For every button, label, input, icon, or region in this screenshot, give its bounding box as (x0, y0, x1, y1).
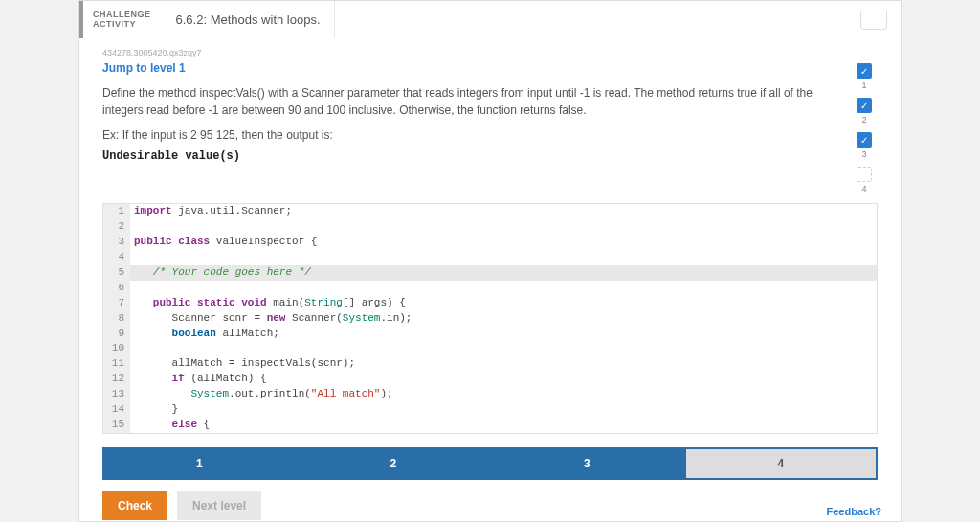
step-4[interactable]: 4 (684, 447, 879, 480)
step-3[interactable]: 3 (490, 447, 684, 480)
card-header: CHALLENGE ACTIVITY 6.6.2: Methods with l… (79, 1, 901, 38)
progress-num: 4 (861, 184, 866, 193)
challenge-label-2: ACTIVITY (93, 20, 151, 30)
progress-check-icon: ✓ (857, 132, 872, 148)
tear-icon (860, 11, 887, 30)
step-bar: 1 2 3 4 (102, 447, 878, 480)
progress-check-icon: ✓ (857, 98, 872, 113)
step-1[interactable]: 1 (102, 447, 297, 480)
feedback-link[interactable]: Feedback? (827, 506, 881, 517)
jump-link[interactable]: Jump to level 1 (102, 61, 834, 75)
challenge-title: 6.6.2: Methods with loops. (163, 1, 335, 38)
example-text: Ex: If the input is 2 95 125, then the o… (102, 128, 834, 142)
progress-column: ✓ 1 ✓ 2 ✓ 3 ✓ 4 (851, 61, 878, 199)
challenge-card: CHALLENGE ACTIVITY 6.6.2: Methods with l… (78, 0, 902, 522)
code-editor[interactable]: 1import java.util.Scanner; 2 3public cla… (102, 203, 878, 434)
progress-num: 1 (861, 80, 866, 90)
step-2[interactable]: 2 (297, 447, 491, 480)
progress-num: 3 (861, 149, 866, 159)
progress-num: 2 (861, 115, 866, 125)
example-output: Undesirable value(s) (102, 149, 834, 163)
hash-code: 434278.3005420.qx3zqy7 (102, 48, 878, 57)
problem-description: Define the method inspectVals() with a S… (102, 84, 834, 119)
check-button[interactable]: Check (102, 491, 167, 520)
progress-check-icon: ✓ (857, 63, 872, 79)
progress-check-icon: ✓ (857, 167, 872, 182)
challenge-label: CHALLENGE ACTIVITY (79, 1, 163, 38)
next-level-button: Next level (177, 491, 261, 520)
